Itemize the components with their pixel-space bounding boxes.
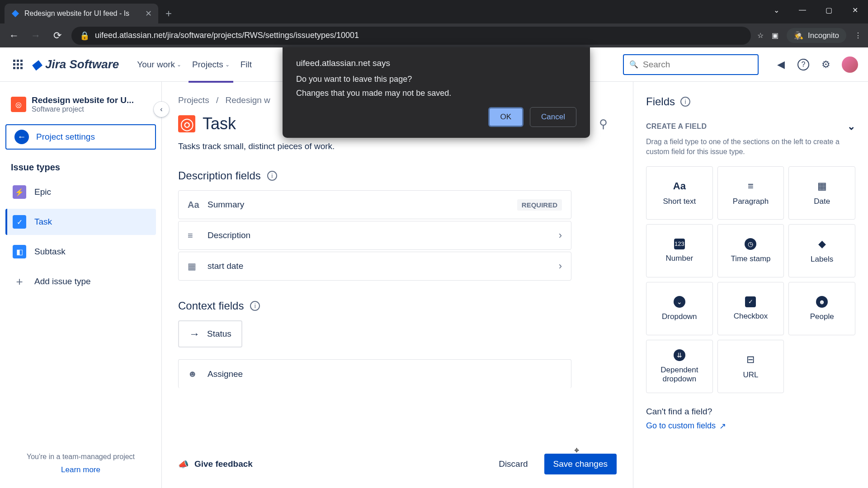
- sidebar: ‹ ◎ Redesign website for U... Software p…: [0, 82, 162, 488]
- plus-icon: +: [13, 275, 26, 288]
- breadcrumb-project[interactable]: Redesign w: [225, 95, 270, 105]
- field-type-date[interactable]: ▦Date: [788, 166, 855, 220]
- sidebar-item-subtask[interactable]: ◧ Subtask: [5, 239, 156, 265]
- person-icon: ☻: [188, 369, 199, 379]
- user-avatar[interactable]: [842, 56, 858, 73]
- field-type-timestamp[interactable]: ◷Time stamp: [717, 224, 784, 277]
- page-title: Task: [203, 114, 236, 133]
- chevron-right-icon: ›: [559, 260, 562, 272]
- nav-projects[interactable]: Projects⌄: [189, 57, 233, 72]
- minimize-icon[interactable]: —: [789, 0, 816, 20]
- forward-button: →: [28, 28, 43, 43]
- custom-fields-link[interactable]: Go to custom fields ↗: [646, 421, 726, 431]
- discard-button[interactable]: Discard: [491, 455, 535, 474]
- new-tab-button[interactable]: +: [165, 7, 172, 20]
- close-window-icon[interactable]: ✕: [842, 0, 868, 20]
- chevron-right-icon: ›: [559, 230, 562, 241]
- calendar-icon: ▦: [188, 261, 199, 272]
- notifications-icon[interactable]: ◀: [774, 58, 788, 71]
- dialog-host: uifeed.atlassian.net says: [296, 58, 576, 68]
- reload-button[interactable]: ⟳: [50, 28, 65, 43]
- paragraph-icon: ≡: [188, 230, 199, 241]
- section-context-fields: Context fields: [178, 300, 244, 312]
- section-description-fields: Description fields: [178, 169, 261, 182]
- field-type-labels[interactable]: ◆Labels: [788, 224, 855, 277]
- incognito-badge[interactable]: 🕵 Incognito: [787, 28, 846, 43]
- address-bar[interactable]: 🔒 uifeed.atlassian.net/jira/software/pro…: [71, 27, 751, 45]
- give-feedback-button[interactable]: 📣 Give feedback: [178, 459, 253, 469]
- help-icon[interactable]: ?: [797, 58, 810, 71]
- section-title-issue-types: Issue types: [5, 162, 156, 179]
- field-type-number[interactable]: 123Number: [646, 224, 713, 277]
- field-type-checkbox[interactable]: ✓Checkbox: [717, 282, 784, 335]
- info-icon[interactable]: i: [250, 301, 260, 311]
- tab-title: Redesign website for UI feed - Is: [24, 9, 141, 18]
- field-start-date[interactable]: ▦ start date ›: [178, 252, 571, 281]
- bookmark-icon[interactable]: ☆: [757, 31, 764, 40]
- search-icon: 🔍: [629, 60, 638, 69]
- project-subtitle: Software project: [32, 105, 134, 113]
- back-button[interactable]: ←: [6, 28, 22, 43]
- maximize-icon[interactable]: ▢: [816, 0, 842, 20]
- required-badge: REQUIRED: [517, 199, 562, 211]
- sidebar-item-task[interactable]: ✓ Task: [5, 209, 156, 235]
- add-issue-type-button[interactable]: + Add issue type: [5, 268, 156, 295]
- jira-mark-icon: ◆: [32, 57, 42, 72]
- create-field-heading: CREATE A FIELD: [646, 122, 707, 131]
- lock-icon: 🔒: [80, 31, 90, 41]
- url-text: uifeed.atlassian.net/jira/software/proje…: [95, 31, 359, 40]
- task-type-icon: ◎: [178, 115, 195, 132]
- field-status[interactable]: → Status: [178, 320, 242, 347]
- text-icon: Aa: [188, 200, 199, 210]
- create-field-hint: Drag a field type to one of the sections…: [646, 137, 855, 157]
- tab-search-icon[interactable]: ⌄: [763, 0, 789, 20]
- field-type-dependent-dropdown[interactable]: ⇊Dependent dropdown: [646, 340, 713, 393]
- task-icon: ✓: [13, 215, 26, 229]
- chevron-down-icon: ⌄: [225, 61, 230, 68]
- field-type-dropdown[interactable]: ⌄Dropdown: [646, 282, 713, 335]
- field-type-url[interactable]: ⊟URL: [717, 340, 784, 393]
- sidebar-footer-text: You're in a team-managed project: [5, 453, 156, 461]
- epic-icon: ⚡: [13, 185, 26, 199]
- field-assignee[interactable]: ☻ Assignee: [178, 359, 571, 388]
- back-arrow-icon: ←: [14, 130, 29, 144]
- field-type-short-text[interactable]: AaShort text: [646, 166, 713, 220]
- browser-tab[interactable]: Redesign website for UI feed - Is ✕: [5, 4, 158, 23]
- page-description: Tasks track small, distinct pieces of wo…: [178, 141, 608, 151]
- nav-your-work[interactable]: Your work⌄: [133, 57, 185, 72]
- field-type-people[interactable]: ☻People: [788, 282, 855, 335]
- info-icon[interactable]: i: [680, 97, 690, 107]
- sidebar-item-epic[interactable]: ⚡ Epic: [5, 179, 156, 205]
- browser-menu-icon[interactable]: ⋮: [854, 31, 862, 40]
- dialog-line2: Changes that you made may not be saved.: [296, 89, 576, 98]
- fields-panel: Fields i CREATE A FIELD ⌄ Drag a field t…: [633, 82, 868, 488]
- field-description[interactable]: ≡ Description ›: [178, 221, 571, 250]
- main-content: Projects / Redesign w ◎ Task ⚲ Tasks tra…: [162, 82, 633, 488]
- incognito-icon: 🕵: [794, 31, 803, 40]
- nav-filters[interactable]: Filt: [237, 57, 255, 72]
- workflow-icon[interactable]: ⚲: [599, 117, 608, 131]
- project-name: Redesign website for U...: [32, 95, 134, 105]
- chevron-down-icon[interactable]: ⌄: [847, 121, 855, 132]
- breadcrumb-projects[interactable]: Projects: [178, 95, 209, 105]
- field-type-paragraph[interactable]: ≡Paragraph: [717, 166, 784, 220]
- project-settings-button[interactable]: ← Project settings: [5, 124, 156, 150]
- jira-logo[interactable]: ◆ Jira Software: [32, 57, 119, 72]
- app-switcher-icon[interactable]: [10, 57, 25, 72]
- save-changes-button[interactable]: Save changes: [544, 454, 617, 474]
- arrow-right-icon: →: [189, 328, 200, 340]
- field-summary[interactable]: Aa Summary REQUIRED: [178, 190, 571, 219]
- tab-close-icon[interactable]: ✕: [145, 9, 152, 19]
- search-box[interactable]: 🔍: [623, 54, 759, 75]
- dialog-cancel-button[interactable]: Cancel: [530, 107, 576, 127]
- extensions-icon[interactable]: ▣: [772, 31, 778, 40]
- info-icon[interactable]: i: [267, 171, 277, 181]
- dialog-ok-button[interactable]: OK: [488, 107, 524, 127]
- project-icon: ◎: [11, 97, 26, 112]
- leave-page-dialog: uifeed.atlassian.net says Do you want to…: [283, 47, 590, 138]
- settings-icon[interactable]: ⚙: [819, 58, 833, 71]
- jira-favicon: [11, 9, 20, 18]
- dialog-line1: Do you want to leave this page?: [296, 75, 576, 84]
- learn-more-link[interactable]: Learn more: [5, 465, 156, 474]
- search-input[interactable]: [643, 60, 752, 70]
